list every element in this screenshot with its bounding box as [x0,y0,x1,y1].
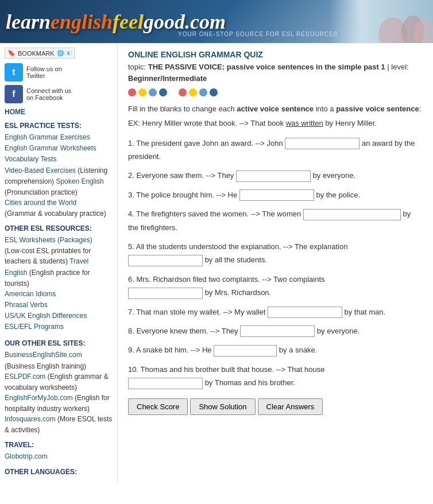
sidebar-text-eslpdf: ESLPDF.com (English grammar & vocabulary… [5,373,109,391]
q3-input[interactable] [239,189,314,201]
logo-subtitle: YOUR ONE-STOP SOURCE FOR ESL RESOURCES [178,31,338,37]
clear-answers-button[interactable]: Clear Answers [258,398,323,415]
quiz-topic: topic: THE PASSIVE VOICE: passive voice … [128,61,423,84]
question-1: 1. The president gave John an award. -->… [128,137,423,164]
instructions-bold1: active voice sentence [237,104,314,113]
buttons-row: Check Score Show Solution Clear Answers [128,398,423,415]
question-6: 6. Mrs. Richardson filed two complaints.… [128,273,423,300]
example: EX: Henry Miller wrote that book. --> Th… [128,118,423,130]
example-underline: was written [286,119,323,127]
home-link[interactable]: HOME [5,108,113,116]
layout: 🔖 BOOKMARK 🌐 📧 t Follow us onTwitter f C… [0,43,433,483]
question-10: 10. Thomas and his brother built that ho… [128,363,423,390]
dot-yellow-2 [189,88,197,96]
sidebar-link-globotrip[interactable]: Globotrip.com [5,451,113,462]
dots-rows [128,88,423,96]
dot-darkblue-2 [210,88,218,96]
topic-label: topic: [128,63,146,71]
travel-section-heading: TRAVEL: [5,441,113,449]
q9-text: 9. A snake bit him. --> He [128,346,214,354]
dot-darkblue-1 [159,88,167,96]
dots-row-1 [128,88,167,96]
facebook-icon[interactable]: f [5,85,23,103]
sidebar-link-esl-programs[interactable]: ESL/EFL Programs [5,321,113,332]
q7-end: by that man. [345,308,386,316]
question-5: 5. All the students understood the expla… [128,240,423,267]
example-text: Henry Miller wrote that book. --> That b… [142,119,284,127]
main-content: ONLINE ENGLISH GRAMMAR QUIZ topic: THE P… [118,43,433,483]
q2-num: 2. Everyone saw them. --> They [128,171,236,180]
instructions-text1: Fill in the blanks to change each [128,104,235,113]
bookmark-icons: 🌐 📧 [57,50,72,56]
dot-yellow-1 [138,88,146,96]
bookmark-bar[interactable]: 🔖 BOOKMARK 🌐 📧 [5,48,75,59]
sidebar-link-spoken-english[interactable]: Spoken English [56,177,103,185]
check-score-button[interactable]: Check Score [128,398,188,415]
q6-end: by Mrs. Richardson. [205,288,272,297]
sidebar-link-american-idioms[interactable]: American Idioms [5,289,113,300]
header: learnenglishfeelgood.com YOUR ONE-STOP S… [0,0,433,43]
q10-end: by Thomas and his brother. [205,378,295,387]
q7-input[interactable] [268,307,342,318]
question-8: 8. Everyone knew them. --> They by every… [128,324,423,338]
topic-text: THE PASSIVE VOICE: passive voice sentenc… [148,63,385,71]
sidebar-link-grammar-worksheets[interactable]: English Grammar Worksheets [5,143,113,154]
facebook-social: f Connect with uson Facebook [5,85,113,103]
question-2: 2. Everyone saw them. --> They by everyo… [128,169,423,182]
q4-input[interactable] [303,209,401,220]
twitter-social: t Follow us onTwitter [5,63,113,82]
q5-input[interactable] [128,255,203,266]
q9-input[interactable] [214,345,277,356]
q1-input[interactable] [285,138,359,149]
header-image [330,0,433,43]
sidebar-link-infosquares[interactable]: Infosquares.com [5,415,56,423]
q7-text: 7. That man stole my wallet. --> My wall… [128,308,268,316]
sidebar-link-vocabulary-tests[interactable]: Vocabulary Tests [5,154,113,165]
q3-end: by the police. [316,191,360,199]
q5-text: 5. All the students understood the expla… [128,242,347,251]
q2-input[interactable] [236,170,311,182]
sidebar-link-business-english[interactable]: BusinessEnglishSite.com [5,350,113,360]
twitter-text[interactable]: Follow us onTwitter [26,65,62,79]
sidebar-link-phrasal-verbs[interactable]: Phrasal Verbs [5,300,113,311]
level-text: Beginner/Intermediate [128,74,207,83]
other-section-heading: OTHER ESL RESOURCES: [5,224,113,232]
q8-input[interactable] [240,325,315,337]
dot-blue-1 [149,88,157,96]
instructions-text2: into a [316,104,334,113]
dot-blue-2 [199,88,207,96]
sidebar-link-englishformyjob[interactable]: EnglishForMyJob.com [5,394,73,402]
sidebar-link-grammar-exercises[interactable]: English Grammar Exercises [5,132,113,143]
facebook-text[interactable]: Connect with uson Facebook [26,87,71,101]
instructions-bold2: passive voice sentence [336,104,419,113]
q9-end: by a snake. [279,346,318,354]
question-4: 4. The firefighters saved the women. -->… [128,207,423,234]
sidebar-link-eslpdf[interactable]: ESLPDF.com [5,373,45,381]
esl-section-heading: ESL PRACTICE TESTS: [5,122,113,130]
question-7: 7. That man stole my wallet. --> My wall… [128,305,423,319]
question-9: 9. A snake bit him. --> He by a snake. [128,343,423,356]
q10-input[interactable] [128,378,203,389]
sidebar-link-us-uk[interactable]: US/UK English Differences [5,311,113,321]
sidebar-link-video-exercises[interactable]: Video-Based Exercises [5,166,76,175]
q6-input[interactable] [128,288,203,299]
logo: learnenglishfeelgood.com [6,10,226,34]
twitter-icon[interactable]: t [5,63,23,82]
sidebar-link-cities[interactable]: Cities around the World [5,197,113,208]
dot-red-2 [179,88,187,96]
q3-num: 3. The police brought him. --> He [128,191,239,199]
bookmark-label: BOOKMARK [18,50,55,57]
sidebar-text-grammar-vocab: (Grammar & vocabulary practice) [5,210,106,218]
q5-end: by all the students. [205,255,267,264]
show-solution-button[interactable]: Show Solution [190,398,255,415]
instructions: Fill in the blanks to change each active… [128,103,423,130]
sidebar: 🔖 BOOKMARK 🌐 📧 t Follow us onTwitter f C… [0,43,118,483]
question-3: 3. The police brought him. --> He by the… [128,188,423,201]
quiz-title: ONLINE ENGLISH GRAMMAR QUIZ [128,50,423,59]
languages-section-heading: OTHER LANGUAGES: [5,468,113,476]
q1-num: 1. The president gave John an award. -->… [128,139,285,148]
q8-end: by everyone. [317,327,359,335]
dots-row-2 [179,88,218,96]
sidebar-link-esl-worksheets[interactable]: ESL Worksheets (Packages) [5,235,113,246]
dot-red-1 [128,88,136,96]
